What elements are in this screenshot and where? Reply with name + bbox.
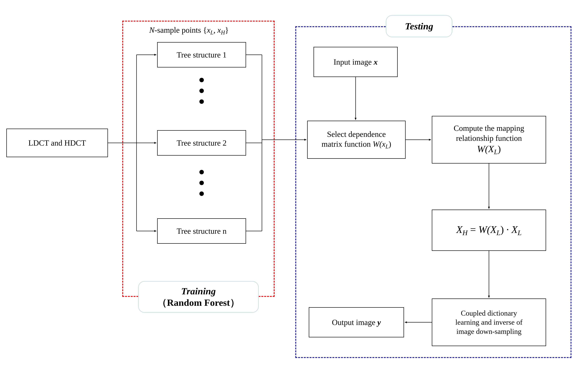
n-sample-x1: x	[207, 26, 210, 34]
n-sample-label: N-sample points {xL, xH}	[149, 25, 229, 36]
compute-l3-close: )	[498, 144, 501, 154]
tree1-box: Tree structure 1	[157, 42, 246, 67]
ldct-hdct-box: LDCT and HDCT	[6, 129, 108, 157]
output-image-box: Output image y	[309, 307, 404, 337]
select-dep-l2-close: )	[388, 140, 391, 148]
dot	[200, 89, 204, 93]
output-var: y	[377, 318, 381, 327]
xh-lhs-sub: H	[462, 229, 468, 237]
n-sample-close: }	[225, 26, 229, 34]
n-sample-rest: -sample points	[155, 26, 203, 34]
select-dependence-box: Select dependence matrix function W(xL)	[307, 121, 406, 159]
n-sample-comma: ,	[213, 26, 218, 34]
treen-text: Tree structure n	[177, 226, 227, 236]
select-dep-l1: Select dependence	[327, 130, 386, 139]
tree1-text: Tree structure 1	[177, 50, 227, 60]
input-image-prefix: Input image	[334, 57, 374, 66]
coupled-l1: Coupled dictionary	[461, 309, 517, 317]
xh-w: W(X	[478, 224, 497, 235]
xh-w-sub: L	[497, 229, 501, 237]
compute-l3-sub: L	[494, 148, 498, 156]
output-prefix: Output image	[332, 318, 377, 327]
dot	[200, 78, 204, 82]
testing-badge-text: Testing	[405, 21, 433, 32]
dot	[200, 181, 204, 185]
compute-l2: relationship function	[456, 134, 522, 143]
coupled-l3: image down-sampling	[456, 327, 522, 335]
n-sample-n: N	[149, 26, 155, 34]
xh-dot: ·	[504, 224, 512, 235]
ldct-hdct-text: LDCT and HDCT	[28, 138, 86, 148]
dot	[200, 99, 204, 104]
xh-lhs-var: X	[456, 224, 462, 235]
compute-l1: Compute the mapping	[454, 124, 524, 133]
n-sample-x2: x	[218, 26, 221, 34]
testing-badge: Testing	[386, 15, 452, 37]
coupled-l2: learning and inverse of	[455, 318, 523, 326]
tree2-box: Tree structure 2	[157, 130, 246, 156]
training-badge-line1: Training	[181, 286, 216, 296]
input-image-var: x	[374, 57, 378, 66]
coupled-dict-box: Coupled dictionary learning and inverse …	[432, 299, 546, 346]
compute-l3-math: W(X	[477, 144, 494, 154]
treen-box: Tree structure n	[157, 218, 246, 244]
n-sample-x2-sub: H	[221, 30, 225, 36]
select-dep-l2-sub: L	[385, 144, 388, 150]
xh-eq-sign: =	[468, 224, 478, 235]
dots-bottom	[200, 170, 204, 196]
dot	[200, 170, 204, 174]
dots-top	[200, 78, 204, 104]
training-badge: Training （Random Forest）	[138, 281, 259, 313]
select-dep-l2-math: W(x	[373, 140, 386, 148]
input-image-box: Input image x	[314, 47, 398, 77]
xh-equation-box: XH = W(XL) · XL	[432, 209, 546, 251]
n-sample-x1-sub: L	[210, 30, 213, 36]
tree2-text: Tree structure 2	[177, 138, 227, 148]
n-sample-open: {	[203, 26, 207, 34]
xh-rhs-var: X	[512, 224, 518, 235]
compute-mapping-box: Compute the mapping relationship functio…	[432, 116, 546, 164]
select-dep-l2-prefix: matrix function	[322, 140, 373, 148]
dot	[200, 191, 204, 196]
training-badge-line2: （Random Forest）	[157, 297, 239, 308]
xh-rhs-sub: L	[518, 229, 522, 237]
xh-w-close: )	[500, 224, 504, 235]
